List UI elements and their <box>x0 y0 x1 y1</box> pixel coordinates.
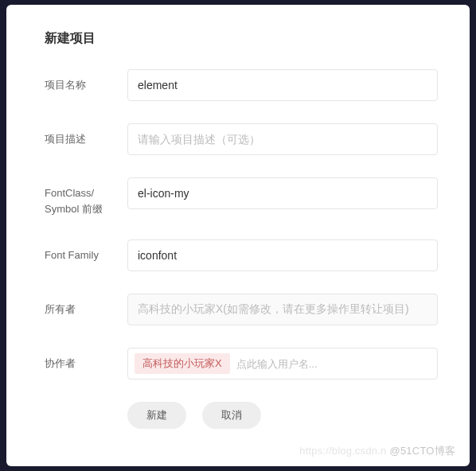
collab-input[interactable] <box>236 358 431 370</box>
watermark-text: @51CTO博客 <box>390 445 455 457</box>
label-fontfamily: Font Family <box>45 239 127 263</box>
field-project-desc <box>127 123 438 155</box>
field-owner <box>127 294 438 325</box>
field-collab: 高科技的小玩家X <box>127 348 438 380</box>
field-project-name <box>127 69 438 101</box>
label-owner: 所有者 <box>45 294 127 317</box>
field-prefix <box>127 177 438 209</box>
project-desc-input[interactable] <box>127 123 438 155</box>
fontfamily-input[interactable] <box>127 239 438 271</box>
prefix-input[interactable] <box>127 177 438 209</box>
label-prefix: FontClass/ Symbol 前缀 <box>45 177 127 217</box>
form-row-prefix: FontClass/ Symbol 前缀 <box>45 177 438 217</box>
field-fontfamily <box>127 239 438 271</box>
owner-input <box>127 294 438 325</box>
cancel-button[interactable]: 取消 <box>202 402 261 429</box>
label-project-desc: 项目描述 <box>45 123 127 147</box>
button-row: 新建 取消 <box>127 402 438 429</box>
form-row-desc: 项目描述 <box>45 123 438 155</box>
modal-title: 新建项目 <box>45 30 438 47</box>
project-name-input[interactable] <box>127 69 438 101</box>
label-collab: 协作者 <box>45 348 127 372</box>
collab-tag-wrap[interactable]: 高科技的小玩家X <box>127 348 438 380</box>
watermark: https://blog.csdn.n@51CTO博客 <box>299 444 455 458</box>
form-row-fontfamily: Font Family <box>45 239 438 271</box>
create-button[interactable]: 新建 <box>127 402 186 429</box>
new-project-modal: 新建项目 项目名称 项目描述 FontClass/ Symbol 前缀 Font… <box>6 5 470 466</box>
label-project-name: 项目名称 <box>45 69 127 93</box>
form-row-name: 项目名称 <box>45 69 438 101</box>
watermark-faint: https://blog.csdn.n <box>299 445 386 457</box>
form-row-owner: 所有者 <box>45 294 438 325</box>
form-row-collab: 协作者 高科技的小玩家X <box>45 348 438 380</box>
collab-tag[interactable]: 高科技的小玩家X <box>135 353 230 374</box>
